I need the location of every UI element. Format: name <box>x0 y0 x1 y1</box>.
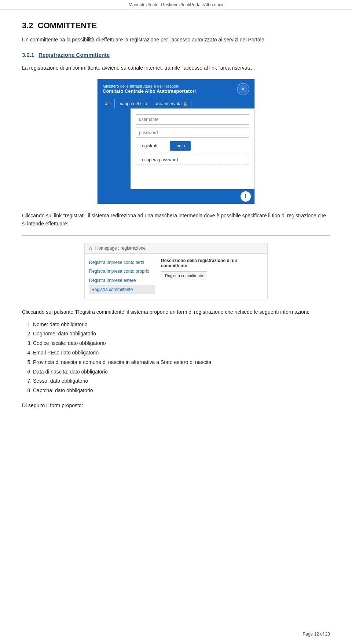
nav-area-riservata: area riservata <box>151 99 191 108</box>
info-list: Nome: dato obbligatorio Cognome: dato ob… <box>33 320 330 395</box>
recupera-password-button[interactable]: recupera password <box>136 155 249 165</box>
svg-text:✦: ✦ <box>241 86 245 92</box>
portal-footer-circle: i <box>241 191 251 202</box>
link-conto-proprio[interactable]: Registra impresa conto proprio <box>89 267 155 276</box>
page-number: Page 12 of 23 <box>302 632 330 637</box>
paragraph-after-reg: Cliccando sul pulsante 'Registra committ… <box>22 308 330 317</box>
link-committente[interactable]: Registra committente <box>89 285 155 294</box>
paragraph-after-portal: Cliccando sul link "registrati" il siste… <box>22 211 330 228</box>
subsection-number: 3.2.1 <box>22 52 34 58</box>
subsection-intro: La registrazione di un committente avvie… <box>22 64 330 72</box>
registra-committente-button[interactable]: Registra committente <box>161 271 207 280</box>
list-item-4: Email PEC: dato obbligatorio <box>33 349 330 357</box>
portal-emblem-icon: ✦ <box>237 83 249 95</box>
portal-buttons: registrati login <box>136 141 249 151</box>
document-filename: ManualeUtente_GestioneUtentiPortaleAlbo.… <box>129 2 223 7</box>
reg-breadcrumb: Homepage : registrazione <box>85 243 267 254</box>
portal-footer: i <box>98 189 254 204</box>
list-item-2: Cognome: dato obbligatorio <box>33 330 330 338</box>
comitato-text: Comitato Centrale Albo Autotrasportatori <box>103 88 196 94</box>
breadcrumb-text: Homepage : registrazione <box>95 246 146 251</box>
subsection-title: Registrazione Committente <box>38 52 110 58</box>
portal-form-area: registrati login recupera password <box>131 108 254 189</box>
portal-header: Ministero delle Infrastrutture e dei Tra… <box>98 79 254 99</box>
home-icon <box>89 246 93 251</box>
page-footer: Page 12 of 23 <box>302 632 330 637</box>
portal-body: registrati login recupera password <box>98 108 254 189</box>
login-button[interactable]: login <box>170 141 191 151</box>
registrati-button[interactable]: registrati <box>136 141 162 151</box>
list-item-1: Nome: dato obbligatorio <box>33 320 330 329</box>
list-item-8: Captcha: dato obbligatorio <box>33 386 330 395</box>
lock-icon <box>183 101 187 106</box>
portal-header-text: Ministero delle Infrastrutture e dei Tra… <box>103 84 196 94</box>
registration-mockup: Homepage : registrazione Registra impres… <box>84 243 268 299</box>
reg-right-content: Descrizione della registrazione di un co… <box>161 258 263 294</box>
list-item-7: Sesso: dato obbligatorio <box>33 377 330 386</box>
ministry-text: Ministero delle Infrastrutture e dei Tra… <box>103 84 196 88</box>
nav-mappa: mappa del sito <box>115 99 151 108</box>
document-header: ManualeUtente_GestioneUtentiPortaleAlbo.… <box>0 0 352 10</box>
following-text: Di seguito il form proposto: <box>22 402 330 408</box>
username-input[interactable] <box>136 114 249 125</box>
divider <box>22 235 330 236</box>
section-title: 3.2 COMMITTENTE <box>22 21 330 30</box>
password-input[interactable] <box>136 128 249 138</box>
link-conto-terzi[interactable]: Registra imprese conto terzi <box>89 258 155 267</box>
button-separator <box>166 142 166 150</box>
portal-nav: atti mappa del sito area riservata <box>98 99 254 108</box>
reg-right-title: Descrizione della registrazione di un co… <box>161 258 263 268</box>
nav-atti: atti <box>101 99 115 108</box>
section-intro: Un committente ha la possibilità di effe… <box>22 36 330 44</box>
link-imprese-estere[interactable]: Registra imprese estere <box>89 276 155 285</box>
portal-screenshot-mockup: Ministero delle Infrastrutture e dei Tra… <box>97 79 255 204</box>
portal-sidebar <box>98 108 131 189</box>
reg-mockup-body: Registra imprese conto terzi Registra im… <box>85 254 267 299</box>
reg-left-menu: Registra imprese conto terzi Registra im… <box>89 258 155 294</box>
list-item-5: Provincia di nascita e comune di nascita… <box>33 358 330 367</box>
list-item-3: Codice fiscale: dato obbligatorio <box>33 339 330 348</box>
list-item-6: Data di nascita: dato obbligatorio <box>33 368 330 376</box>
